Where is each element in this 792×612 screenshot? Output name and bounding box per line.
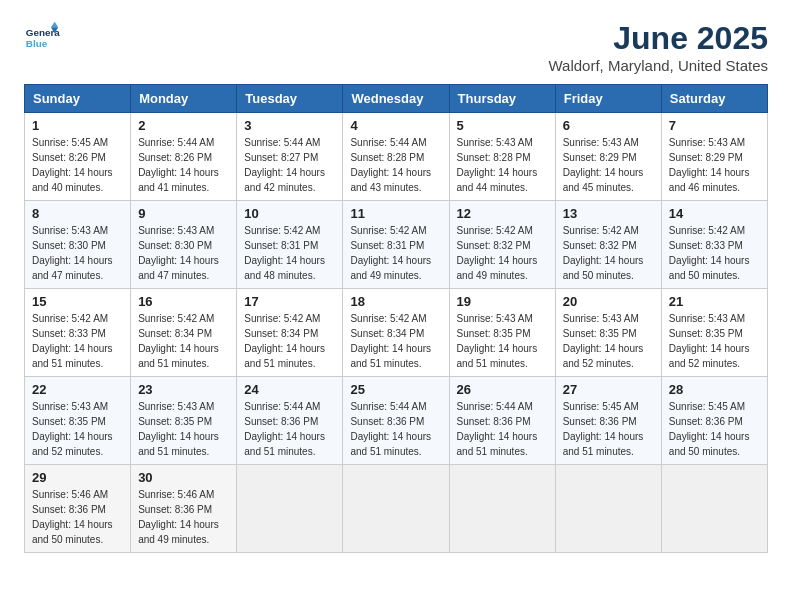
col-sunday: Sunday bbox=[25, 85, 131, 113]
col-wednesday: Wednesday bbox=[343, 85, 449, 113]
table-row: 28Sunrise: 5:45 AMSunset: 8:36 PMDayligh… bbox=[661, 377, 767, 465]
calendar-table: Sunday Monday Tuesday Wednesday Thursday… bbox=[24, 84, 768, 553]
col-friday: Friday bbox=[555, 85, 661, 113]
table-row: 6Sunrise: 5:43 AMSunset: 8:29 PMDaylight… bbox=[555, 113, 661, 201]
table-row: 16Sunrise: 5:42 AMSunset: 8:34 PMDayligh… bbox=[131, 289, 237, 377]
table-row: 24Sunrise: 5:44 AMSunset: 8:36 PMDayligh… bbox=[237, 377, 343, 465]
col-tuesday: Tuesday bbox=[237, 85, 343, 113]
table-row: 4Sunrise: 5:44 AMSunset: 8:28 PMDaylight… bbox=[343, 113, 449, 201]
table-row: 2Sunrise: 5:44 AMSunset: 8:26 PMDaylight… bbox=[131, 113, 237, 201]
table-row: 10Sunrise: 5:42 AMSunset: 8:31 PMDayligh… bbox=[237, 201, 343, 289]
logo-icon: General Blue bbox=[24, 20, 60, 56]
table-row bbox=[237, 465, 343, 553]
month-title: June 2025 bbox=[548, 20, 768, 57]
table-row: 27Sunrise: 5:45 AMSunset: 8:36 PMDayligh… bbox=[555, 377, 661, 465]
title-area: June 2025 Waldorf, Maryland, United Stat… bbox=[548, 20, 768, 74]
location-title: Waldorf, Maryland, United States bbox=[548, 57, 768, 74]
logo: General Blue bbox=[24, 20, 60, 56]
table-row: 30Sunrise: 5:46 AMSunset: 8:36 PMDayligh… bbox=[131, 465, 237, 553]
table-row: 29Sunrise: 5:46 AMSunset: 8:36 PMDayligh… bbox=[25, 465, 131, 553]
table-row: 18Sunrise: 5:42 AMSunset: 8:34 PMDayligh… bbox=[343, 289, 449, 377]
table-row: 17Sunrise: 5:42 AMSunset: 8:34 PMDayligh… bbox=[237, 289, 343, 377]
table-row: 8Sunrise: 5:43 AMSunset: 8:30 PMDaylight… bbox=[25, 201, 131, 289]
table-row: 5Sunrise: 5:43 AMSunset: 8:28 PMDaylight… bbox=[449, 113, 555, 201]
table-row: 3Sunrise: 5:44 AMSunset: 8:27 PMDaylight… bbox=[237, 113, 343, 201]
table-row: 14Sunrise: 5:42 AMSunset: 8:33 PMDayligh… bbox=[661, 201, 767, 289]
table-row: 11Sunrise: 5:42 AMSunset: 8:31 PMDayligh… bbox=[343, 201, 449, 289]
svg-marker-2 bbox=[51, 22, 58, 27]
table-row: 23Sunrise: 5:43 AMSunset: 8:35 PMDayligh… bbox=[131, 377, 237, 465]
col-saturday: Saturday bbox=[661, 85, 767, 113]
table-row: 21Sunrise: 5:43 AMSunset: 8:35 PMDayligh… bbox=[661, 289, 767, 377]
col-thursday: Thursday bbox=[449, 85, 555, 113]
table-row: 25Sunrise: 5:44 AMSunset: 8:36 PMDayligh… bbox=[343, 377, 449, 465]
table-row: 9Sunrise: 5:43 AMSunset: 8:30 PMDaylight… bbox=[131, 201, 237, 289]
table-row: 26Sunrise: 5:44 AMSunset: 8:36 PMDayligh… bbox=[449, 377, 555, 465]
table-row bbox=[661, 465, 767, 553]
svg-text:Blue: Blue bbox=[26, 38, 48, 49]
col-monday: Monday bbox=[131, 85, 237, 113]
table-row: 7Sunrise: 5:43 AMSunset: 8:29 PMDaylight… bbox=[661, 113, 767, 201]
table-row: 12Sunrise: 5:42 AMSunset: 8:32 PMDayligh… bbox=[449, 201, 555, 289]
table-row: 13Sunrise: 5:42 AMSunset: 8:32 PMDayligh… bbox=[555, 201, 661, 289]
calendar-header-row: Sunday Monday Tuesday Wednesday Thursday… bbox=[25, 85, 768, 113]
page-header: General Blue June 2025 Waldorf, Maryland… bbox=[24, 20, 768, 74]
table-row bbox=[449, 465, 555, 553]
table-row: 1Sunrise: 5:45 AMSunset: 8:26 PMDaylight… bbox=[25, 113, 131, 201]
table-row bbox=[555, 465, 661, 553]
table-row: 20Sunrise: 5:43 AMSunset: 8:35 PMDayligh… bbox=[555, 289, 661, 377]
table-row: 22Sunrise: 5:43 AMSunset: 8:35 PMDayligh… bbox=[25, 377, 131, 465]
table-row bbox=[343, 465, 449, 553]
table-row: 15Sunrise: 5:42 AMSunset: 8:33 PMDayligh… bbox=[25, 289, 131, 377]
table-row: 19Sunrise: 5:43 AMSunset: 8:35 PMDayligh… bbox=[449, 289, 555, 377]
